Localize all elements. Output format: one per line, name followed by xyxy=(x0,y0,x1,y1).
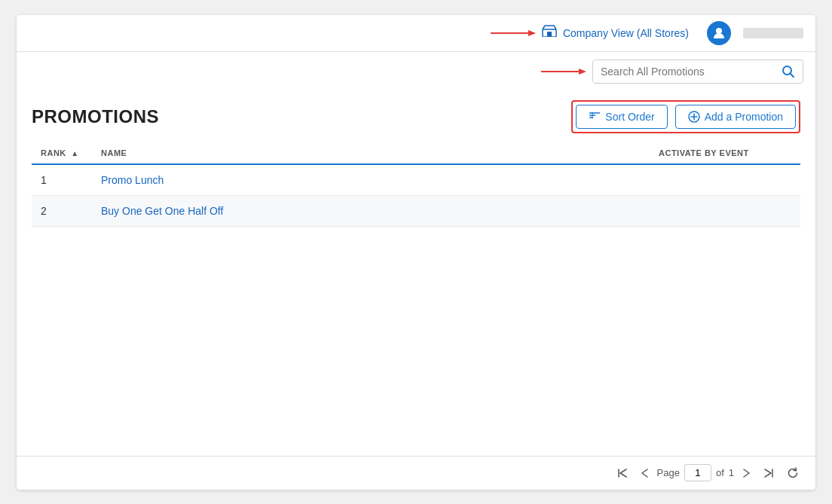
top-bar: Company View (All Stores) xyxy=(17,15,815,52)
promo-name-link[interactable]: Promo Lunch xyxy=(101,174,164,186)
name-column-header[interactable]: NAME xyxy=(92,142,650,164)
activate-cell xyxy=(650,164,800,196)
search-input[interactable] xyxy=(593,60,774,83)
refresh-button[interactable] xyxy=(782,464,803,482)
table-body: 1 Promo Lunch 2 Buy One Get One Half Off xyxy=(32,164,800,227)
svg-line-8 xyxy=(791,73,794,77)
pagination-footer: Page of 1 xyxy=(17,456,815,490)
prev-page-button[interactable] xyxy=(636,466,653,481)
user-name-placeholder xyxy=(743,28,803,38)
promotions-header-row: PROMOTIONS Sort Order xyxy=(32,100,800,133)
sort-arrow-icon: ▲ xyxy=(71,149,78,157)
table-row: 2 Buy One Get One Half Off xyxy=(32,195,800,226)
company-view-area: Company View (All Stores) xyxy=(491,21,803,45)
rank-cell: 2 xyxy=(32,195,92,226)
activate-column-header[interactable]: ACTIVATE BY EVENT xyxy=(650,142,800,164)
table-header-row: RANK ▲ NAME ACTIVATE BY EVENT xyxy=(32,142,800,164)
page-number-input[interactable] xyxy=(684,464,711,481)
promo-name-link[interactable]: Buy One Get One Half Off xyxy=(101,205,223,217)
total-pages: 1 xyxy=(729,467,734,478)
rank-column-header[interactable]: RANK ▲ xyxy=(32,142,92,164)
sort-order-icon xyxy=(589,111,601,122)
search-icon xyxy=(782,65,795,78)
sort-order-button[interactable]: Sort Order xyxy=(576,105,667,129)
page-title: PROMOTIONS xyxy=(32,106,159,127)
promotions-table: RANK ▲ NAME ACTIVATE BY EVENT 1 Promo Lu… xyxy=(32,142,800,227)
avatar[interactable] xyxy=(707,21,731,45)
name-cell[interactable]: Promo Lunch xyxy=(92,164,650,196)
store-icon xyxy=(542,25,557,41)
main-card: Company View (All Stores) xyxy=(17,15,815,490)
first-page-button[interactable] xyxy=(613,466,632,481)
name-cell[interactable]: Buy One Get One Half Off xyxy=(92,195,650,226)
search-wrapper xyxy=(592,60,803,84)
main-content: PROMOTIONS Sort Order xyxy=(17,91,815,456)
svg-point-12 xyxy=(592,111,593,113)
search-area xyxy=(17,52,815,91)
svg-point-4 xyxy=(716,28,722,34)
page-container: Company View (All Stores) xyxy=(0,0,832,504)
svg-rect-3 xyxy=(547,32,552,37)
arrow-annotation xyxy=(491,27,536,39)
svg-point-14 xyxy=(592,116,593,118)
next-page-button[interactable] xyxy=(739,466,755,481)
company-view-label[interactable]: Company View (All Stores) xyxy=(563,27,689,39)
refresh-icon xyxy=(787,467,799,479)
search-arrow-annotation xyxy=(541,66,586,78)
page-input-group: Page of 1 xyxy=(657,464,734,481)
svg-marker-6 xyxy=(579,69,586,75)
add-promotion-button[interactable]: Add a Promotion xyxy=(675,105,796,129)
search-button[interactable] xyxy=(774,60,803,83)
svg-point-13 xyxy=(592,114,593,115)
add-icon xyxy=(688,111,700,123)
table-row: 1 Promo Lunch xyxy=(32,164,800,196)
activate-cell xyxy=(650,195,800,226)
last-page-button[interactable] xyxy=(760,466,778,481)
rank-cell: 1 xyxy=(32,164,92,196)
svg-marker-1 xyxy=(528,30,536,36)
table-container: RANK ▲ NAME ACTIVATE BY EVENT 1 Promo Lu… xyxy=(32,142,800,456)
of-label: of xyxy=(716,467,724,478)
action-buttons-group: Sort Order Add a Promotion xyxy=(571,100,800,133)
page-label: Page xyxy=(657,467,680,478)
